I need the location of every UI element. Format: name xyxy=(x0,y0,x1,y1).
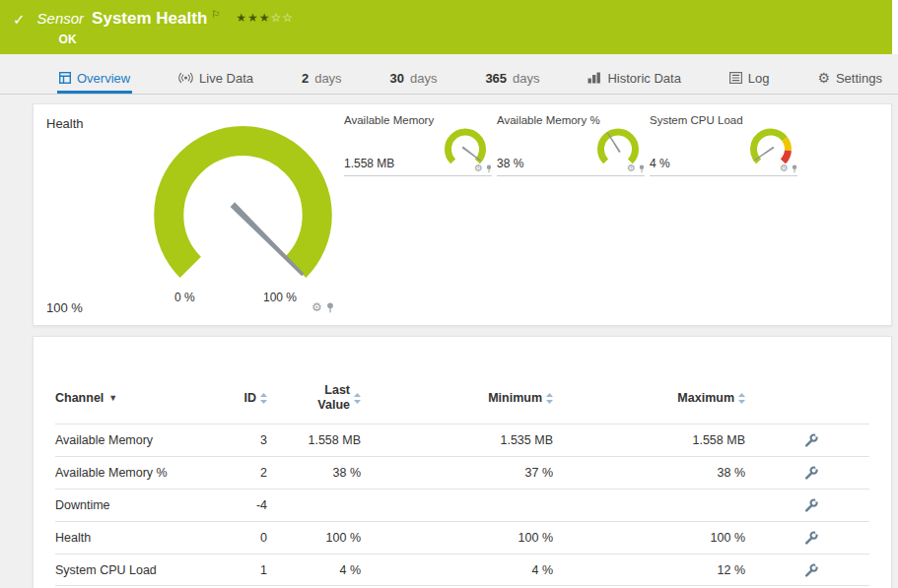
historic-data-icon xyxy=(587,72,601,84)
channel-settings-wrench-icon[interactable] xyxy=(804,433,818,447)
tab-live-data[interactable]: Live Data xyxy=(176,65,255,94)
gauge-tile-available-memory: Available Memory 1.558 MB ⚙ xyxy=(344,114,492,176)
column-header-label: ID xyxy=(244,391,257,405)
sort-icon xyxy=(260,393,267,404)
channel-maximum: 12 % xyxy=(553,563,745,577)
channel-maximum: 1.558 MB xyxy=(553,433,745,447)
settings-gear-icon: ⚙ xyxy=(817,71,830,85)
sensor-title-block: Sensor System Health ⚐ ★★★☆☆ OK xyxy=(37,9,294,46)
gauge-arc-yellow-zone xyxy=(785,139,788,151)
channel-minimum: 100 % xyxy=(361,531,553,545)
health-gauge xyxy=(137,98,349,310)
column-header-minimum[interactable]: Minimum xyxy=(361,391,553,405)
gauge-needle xyxy=(231,202,306,277)
tab-label: days xyxy=(513,71,539,86)
gauge-tile-value: 38 % xyxy=(497,157,523,170)
channel-name[interactable]: System CPU Load xyxy=(55,563,213,577)
live-data-icon xyxy=(178,72,193,84)
object-kind-label: Sensor xyxy=(37,10,85,27)
gauge-settings-icon[interactable]: ⚙ xyxy=(627,163,636,173)
channel-id: 3 xyxy=(213,433,267,447)
header-right-strip xyxy=(892,0,898,54)
channel-last-value: 100 % xyxy=(267,531,361,545)
gauge-tile-tools: ⚙ xyxy=(780,163,797,173)
tab-365-days[interactable]: 365 days xyxy=(483,65,541,94)
health-gauge-label: Health xyxy=(46,116,84,131)
column-header-channel[interactable]: Channel ▼ xyxy=(55,391,213,405)
channel-last-value: 1.558 MB xyxy=(267,433,361,447)
tab-label: Settings xyxy=(836,71,882,86)
gauge-tile-value: 1.558 MB xyxy=(344,157,394,170)
tab-settings[interactable]: ⚙ Settings xyxy=(815,65,884,94)
gauge-arc xyxy=(449,132,483,162)
channel-id: 2 xyxy=(213,466,267,480)
priority-stars[interactable]: ★★★☆☆ xyxy=(236,11,294,25)
tab-label: Overview xyxy=(77,71,130,86)
channel-last-value: 4 % xyxy=(267,563,361,577)
channel-name[interactable]: Available Memory % xyxy=(55,466,213,480)
channel-settings-wrench-icon[interactable] xyxy=(804,531,818,545)
column-header-last-value[interactable]: Last Value xyxy=(267,383,361,413)
gauge-arc xyxy=(169,141,317,267)
column-header-label: Last Value xyxy=(309,383,350,413)
stars-empty: ☆☆ xyxy=(271,11,295,25)
tab-label: days xyxy=(410,71,437,86)
channel-settings-wrench-icon[interactable] xyxy=(804,498,818,512)
channel-table-panel: Channel ▼ ID Last Value Minimum Maximum xyxy=(33,336,892,588)
pin-icon[interactable] xyxy=(792,164,797,173)
channel-maximum: 100 % xyxy=(553,531,745,545)
health-gauge-tools: ⚙ xyxy=(311,301,334,313)
stars-filled: ★★★ xyxy=(236,11,270,25)
table-row-downtime: Downtime -4 xyxy=(55,489,869,521)
channel-maximum: 38 % xyxy=(553,466,745,480)
gauge-settings-icon[interactable]: ⚙ xyxy=(311,301,322,313)
table-row-available-memory-pct: Available Memory % 2 38 % 37 % 38 % xyxy=(55,456,869,489)
tab-log[interactable]: Log xyxy=(727,65,772,94)
sort-icon xyxy=(546,393,553,404)
gauge-settings-icon[interactable]: ⚙ xyxy=(474,163,483,173)
sort-active-caret-icon: ▼ xyxy=(108,393,117,403)
tab-historic-data[interactable]: Historic Data xyxy=(586,65,682,94)
channel-id: -4 xyxy=(213,498,267,512)
channel-id: 1 xyxy=(213,563,267,577)
gauge-tile-available-memory-pct: Available Memory % 38 % ⚙ xyxy=(497,114,645,176)
sort-icon xyxy=(738,393,745,404)
gauge-tile-tools: ⚙ xyxy=(627,163,645,173)
channel-settings-wrench-icon[interactable] xyxy=(804,563,818,577)
table-row-health: Health 0 100 % 100 % 100 % xyxy=(55,521,869,554)
tab-number: 30 xyxy=(390,71,404,86)
overview-icon xyxy=(59,72,71,84)
status-ok-check-icon: ✓ xyxy=(13,11,26,29)
channel-settings-wrench-icon[interactable] xyxy=(804,466,818,480)
channel-minimum: 1.535 MB xyxy=(361,433,553,447)
gauge-tile-system-cpu-load: System CPU Load 4 % ⚙ xyxy=(650,114,797,176)
channel-name[interactable]: Health xyxy=(55,531,213,545)
tab-2-days[interactable]: 2 days xyxy=(300,65,344,94)
gauge-tile-tools: ⚙ xyxy=(474,163,492,173)
priority-flag-icon[interactable]: ⚐ xyxy=(211,9,220,20)
tab-label: Log xyxy=(748,71,770,86)
channel-name[interactable]: Downtime xyxy=(55,498,213,512)
tab-label: days xyxy=(314,71,341,86)
small-gauge-tiles: Available Memory 1.558 MB ⚙ Available Me… xyxy=(344,114,797,176)
table-row-system-cpu-load: System CPU Load 1 4 % 4 % 12 % xyxy=(55,554,869,586)
gauge-tile-value: 4 % xyxy=(650,157,670,170)
tab-label: Live Data xyxy=(199,71,253,86)
gauge-scale-min: 0 % xyxy=(174,291,195,304)
tab-bar: Overview Live Data 2 days 30 days 365 da… xyxy=(0,65,898,95)
tab-label: Historic Data xyxy=(607,71,680,86)
pin-icon[interactable] xyxy=(326,302,334,313)
gauge-scale-max: 100 % xyxy=(263,291,297,304)
pin-icon[interactable] xyxy=(486,164,492,173)
tab-30-days[interactable]: 30 days xyxy=(388,65,440,94)
page-title: System Health xyxy=(92,9,207,29)
channel-minimum: 4 % xyxy=(361,563,553,577)
channel-name[interactable]: Available Memory xyxy=(55,433,213,447)
pin-icon[interactable] xyxy=(639,164,645,173)
channel-last-value: 38 % xyxy=(267,466,361,480)
column-header-maximum[interactable]: Maximum xyxy=(553,391,745,405)
prtg-sensor-page: ✓ Sensor System Health ⚐ ★★★☆☆ OK Overvi… xyxy=(0,0,898,588)
column-header-id[interactable]: ID xyxy=(213,391,267,405)
tab-overview[interactable]: Overview xyxy=(57,65,132,94)
gauge-settings-icon[interactable]: ⚙ xyxy=(780,163,789,173)
